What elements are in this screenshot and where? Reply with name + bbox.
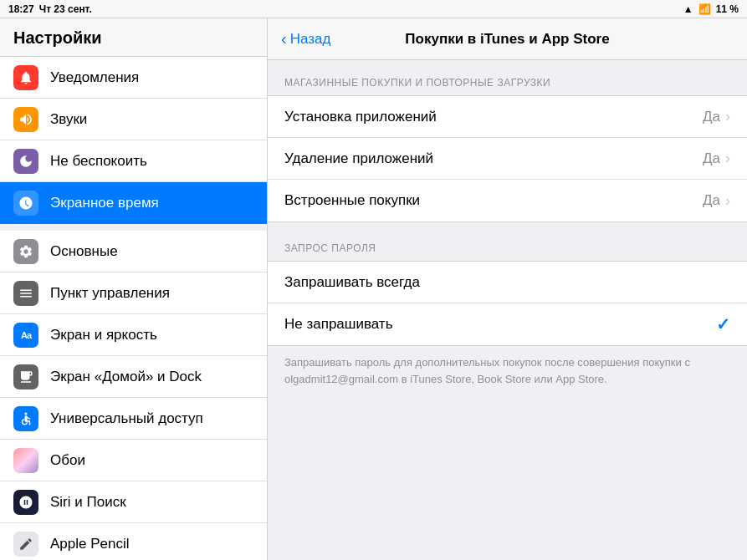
right-panel-title: Покупки в iTunes и App Store [405,31,609,48]
install-apps-right: Да › [703,108,730,125]
sidebar: Настройки Уведомления Звуки [0,18,268,560]
applepencil-icon [13,532,38,557]
sidebar-item-general[interactable]: Основные [0,231,267,272]
back-label[interactable]: Назад [290,31,331,48]
dnd-label: Не беспокоить [50,153,147,170]
applepencil-label: Apple Pencil [50,536,130,552]
siri-icon [13,490,38,515]
battery-status: 11 % [716,3,739,15]
sidebar-item-control[interactable]: Пункт управления [0,272,267,314]
password-note: Запрашивать пароль для дополнительных по… [268,346,747,395]
control-icon [13,281,38,306]
accessibility-icon [13,406,38,431]
delete-apps-label: Удаление приложений [284,150,433,167]
in-app-label: Встроенные покупки [284,192,420,209]
delete-apps-chevron: › [725,150,730,167]
sidebar-item-applepencil[interactable]: Apple Pencil [0,523,267,560]
never-ask-checkmark: ✓ [716,314,730,334]
status-bar: 18:27 Чт 23 сент. ▲ 📶 11 % [0,0,747,18]
item-install-apps[interactable]: Установка приложений Да › [268,96,747,138]
section-password-list: Запрашивать всегда Не запрашивать ✓ [268,261,747,346]
wallpaper-label: Обои [50,452,85,469]
general-label: Основные [50,243,118,260]
in-app-right: Да › [703,192,730,210]
display-label: Экран и яркость [50,327,157,344]
install-apps-label: Установка приложений [284,109,437,125]
main-layout: Настройки Уведомления Звуки [0,18,747,560]
content-area: МАГАЗИННЫЕ ПОКУПКИ И ПОВТОРНЫЕ ЗАГРУЗКИ … [268,60,747,432]
wallpaper-icon [13,448,38,473]
install-apps-value: Да [703,109,720,125]
sidebar-group-1: Уведомления Звуки Не беспокоить [0,57,267,224]
item-always-ask[interactable]: Запрашивать всегда [268,262,747,303]
sidebar-item-accessibility[interactable]: Универсальный доступ [0,398,267,440]
section-password-header: ЗАПРОС ПАРОЛЯ [268,242,747,261]
install-apps-chevron: › [725,108,730,125]
siri-label: Siri и Поиск [50,494,126,511]
sidebar-item-wallpaper[interactable]: Обои [0,440,267,481]
sidebar-item-siri[interactable]: Siri и Поиск [0,481,267,523]
sidebar-list: Уведомления Звуки Не беспокоить [0,57,267,560]
home-icon [13,364,38,389]
sidebar-item-display[interactable]: Aa Экран и яркость [0,314,267,356]
screentime-label: Экранное время [50,195,159,211]
item-never-ask[interactable]: Не запрашивать ✓ [268,303,747,345]
in-app-value: Да [703,192,720,209]
section-store-header: МАГАЗИННЫЕ ПОКУПКИ И ПОВТОРНЫЕ ЗАГРУЗКИ [268,77,747,95]
right-panel: ‹ Назад Покупки в iTunes и App Store МАГ… [268,18,747,560]
sidebar-item-sounds[interactable]: Звуки [0,99,267,140]
wifi-icon: ▲ [683,3,693,15]
status-right: ▲ 📶 11 % [683,3,739,15]
sidebar-title: Настройки [0,18,267,57]
sidebar-group-2: Основные Пункт управления Aa Экран и ярк… [0,224,267,560]
item-in-app[interactable]: Встроенные покупки Да › [268,180,747,221]
status-left: 18:27 Чт 23 сент. [8,3,92,15]
dnd-icon [13,149,38,174]
status-time: 18:27 [8,3,34,15]
sounds-icon [13,107,38,132]
accessibility-label: Универсальный доступ [50,410,203,427]
sidebar-item-dnd[interactable]: Не беспокоить [0,140,267,182]
delete-apps-value: Да [703,150,720,167]
control-label: Пункт управления [50,285,170,302]
notifications-icon [13,65,38,90]
svg-point-0 [25,412,28,415]
item-delete-apps[interactable]: Удаление приложений Да › [268,138,747,180]
back-chevron-icon: ‹ [281,29,287,48]
section-store-purchases: МАГАЗИННЫЕ ПОКУПКИ И ПОВТОРНЫЕ ЗАГРУЗКИ … [268,77,747,222]
sidebar-item-screentime[interactable]: Экранное время [0,182,267,224]
signal-icon: 📶 [698,3,711,15]
status-date: Чт 23 сент. [39,3,92,15]
always-ask-label: Запрашивать всегда [284,274,420,291]
sidebar-item-notifications[interactable]: Уведомления [0,57,267,99]
screentime-icon [13,191,38,216]
home-label: Экран «Домой» и Dock [50,369,202,385]
never-ask-label: Не запрашивать [284,316,393,333]
general-icon [13,239,38,264]
section-password-request: ЗАПРОС ПАРОЛЯ Запрашивать всегда Не запр… [268,242,747,395]
sidebar-item-home[interactable]: Экран «Домой» и Dock [0,356,267,398]
sounds-label: Звуки [50,111,87,128]
delete-apps-right: Да › [703,150,730,167]
right-header: ‹ Назад Покупки в iTunes и App Store [268,18,747,60]
notifications-label: Уведомления [50,69,139,86]
in-app-chevron: › [725,192,730,210]
section-store-list: Установка приложений Да › Удаление прило… [268,95,747,222]
display-icon: Aa [13,323,38,348]
back-button[interactable]: ‹ Назад [281,29,330,48]
